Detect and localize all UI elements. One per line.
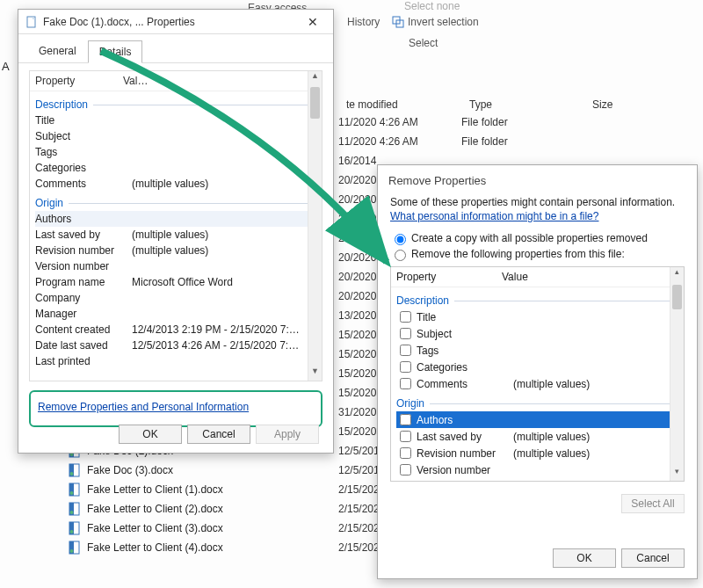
tab-details[interactable]: Details xyxy=(88,40,143,63)
radio-remove-from-file-input[interactable] xyxy=(395,250,406,261)
col-property: Property xyxy=(35,75,123,87)
properties-dialog: Fake Doc (1).docx, ... Properties ✕ Gene… xyxy=(18,9,334,454)
invert-selection-button[interactable]: Invert selection xyxy=(392,16,479,28)
rm-cancel-button[interactable]: Cancel xyxy=(621,548,685,568)
file-type: File folder xyxy=(461,116,584,128)
rm-row[interactable]: Subject xyxy=(396,325,678,342)
prop-row[interactable]: Revision number(multiple values) xyxy=(35,243,316,258)
rm-scroll-thumb[interactable] xyxy=(672,285,682,309)
prop-checkbox[interactable] xyxy=(400,447,411,459)
prop-checkbox[interactable] xyxy=(400,464,411,475)
radio-create-copy[interactable]: Create a copy with all possible properti… xyxy=(390,231,685,245)
prop-checkbox[interactable] xyxy=(400,481,411,482)
file-name: Fake Letter to Client (2).docx xyxy=(87,503,223,515)
remove-link-box: Remove Properties and Personal Informati… xyxy=(29,390,323,427)
rm-row[interactable]: Last saved by(multiple values) xyxy=(396,428,678,445)
rm-section-description: Description xyxy=(396,289,678,309)
prop-checkbox[interactable] xyxy=(400,431,411,442)
select-none-button[interactable]: Select none xyxy=(404,0,460,12)
file-date: 11/2020 4:26 AM xyxy=(338,135,461,148)
prop-row[interactable]: Last saved by(multiple values) xyxy=(35,227,316,243)
prop-row[interactable]: Comments(multiple values) xyxy=(35,176,316,192)
prop-checkbox[interactable] xyxy=(400,311,411,323)
word-file-icon xyxy=(68,463,82,477)
tab-strip: General Details xyxy=(18,34,333,63)
properties-sheet: Property Val… DescriptionTitleSubjectTag… xyxy=(29,70,323,381)
scroll-up-arrow[interactable]: ▲ xyxy=(308,71,322,85)
prop-row[interactable]: Subject xyxy=(35,128,316,144)
remove-properties-dialog: Remove Properties Some of these properti… xyxy=(377,164,698,579)
cancel-button[interactable]: Cancel xyxy=(187,425,250,444)
history-button[interactable]: History xyxy=(347,16,380,28)
rm-row[interactable]: Comments(multiple values) xyxy=(396,375,678,392)
svg-point-19 xyxy=(70,549,74,553)
radio-remove-from-file[interactable]: Remove the following properties from thi… xyxy=(390,247,685,261)
remove-dialog-title: Remove Properties xyxy=(378,165,697,191)
rm-row[interactable]: Revision number(multiple values) xyxy=(396,445,678,461)
radio-create-copy-input[interactable] xyxy=(395,234,406,245)
remove-properties-sheet: Property Value DescriptionTitleSubjectTa… xyxy=(390,266,685,482)
word-file-icon xyxy=(68,483,82,497)
prop-checkbox[interactable] xyxy=(400,378,411,389)
prop-checkbox[interactable] xyxy=(400,328,411,339)
svg-point-7 xyxy=(70,472,74,475)
svg-point-13 xyxy=(70,511,74,514)
prop-row[interactable]: Version number xyxy=(35,258,316,274)
prop-row[interactable]: Categories xyxy=(35,160,316,176)
remove-properties-link[interactable]: Remove Properties and Personal Informati… xyxy=(38,401,249,413)
file-name: Fake Letter to Client (4).docx xyxy=(87,541,223,554)
prop-row[interactable]: Last printed xyxy=(35,353,316,369)
prop-row[interactable]: Company xyxy=(35,290,316,306)
file-name: Fake Letter to Client (3).docx xyxy=(87,522,223,534)
svg-point-10 xyxy=(70,491,74,495)
file-type: File folder xyxy=(461,135,584,148)
rm-col-value: Value xyxy=(502,271,528,283)
rm-row[interactable]: Version number xyxy=(396,461,678,478)
dialog-title: Fake Doc (1).docx, ... Properties xyxy=(43,16,300,28)
word-file-icon xyxy=(68,502,82,516)
prop-row[interactable]: Program nameMicrosoft Office Word xyxy=(35,274,316,290)
document-icon xyxy=(25,16,38,28)
file-name: Fake Letter to Client (1).docx xyxy=(87,483,223,496)
rm-row[interactable]: Title xyxy=(396,309,678,325)
scrollbar[interactable]: ▲ ▼ xyxy=(308,71,322,381)
prop-row[interactable]: Content created12/4/2013 2:19 PM - 2/15/… xyxy=(35,322,316,338)
prop-checkbox[interactable] xyxy=(400,345,411,356)
file-name: Fake Doc (3).docx xyxy=(87,464,173,476)
rm-col-property: Property xyxy=(396,271,502,283)
prop-row[interactable]: Manager xyxy=(35,306,316,322)
what-info-link[interactable]: What personal information might be in a … xyxy=(390,210,598,222)
rm-scrollbar[interactable]: ▴ ▾ xyxy=(670,267,684,481)
rm-row-authors[interactable]: Authors xyxy=(396,411,678,428)
rm-scroll-down-arrow[interactable]: ▾ xyxy=(670,467,684,481)
invert-selection-icon xyxy=(392,16,404,28)
select-all-button[interactable]: Select All xyxy=(621,494,685,513)
word-file-icon xyxy=(68,521,82,535)
prop-row[interactable]: Date last saved12/5/2013 4:26 AM - 2/15/… xyxy=(35,338,316,353)
remove-dialog-message: Some of these properties might contain p… xyxy=(390,196,685,208)
left-panel-cut: A xyxy=(2,60,10,73)
file-date: 11/2020 4:26 AM xyxy=(338,116,461,128)
prop-checkbox[interactable] xyxy=(400,414,411,425)
close-button[interactable]: ✕ xyxy=(300,15,326,29)
tab-general[interactable]: General xyxy=(27,40,88,62)
prop-checkbox[interactable] xyxy=(400,361,411,373)
svg-point-16 xyxy=(70,530,74,534)
scroll-thumb[interactable] xyxy=(310,87,320,119)
section-description: Description xyxy=(35,93,316,113)
rm-row[interactable]: Categories xyxy=(396,359,678,375)
rm-row[interactable]: Tags xyxy=(396,342,678,359)
prop-row[interactable]: Title xyxy=(35,113,316,128)
scroll-down-arrow[interactable]: ▼ xyxy=(308,367,322,381)
rm-ok-button[interactable]: OK xyxy=(553,548,616,568)
apply-button[interactable]: Apply xyxy=(256,425,319,444)
prop-row-authors[interactable]: Authors xyxy=(35,211,316,227)
rm-section-origin: Origin xyxy=(396,392,678,411)
select-group-label: Select xyxy=(409,37,438,49)
prop-row[interactable]: Tags xyxy=(35,144,316,160)
rm-scroll-up-arrow[interactable]: ▴ xyxy=(670,267,684,281)
dialog-titlebar: Fake Doc (1).docx, ... Properties ✕ xyxy=(18,10,333,34)
ok-button[interactable]: OK xyxy=(119,425,182,444)
word-file-icon xyxy=(68,541,82,555)
rm-row[interactable]: Program nameMicrosoft Office Word xyxy=(396,478,678,482)
